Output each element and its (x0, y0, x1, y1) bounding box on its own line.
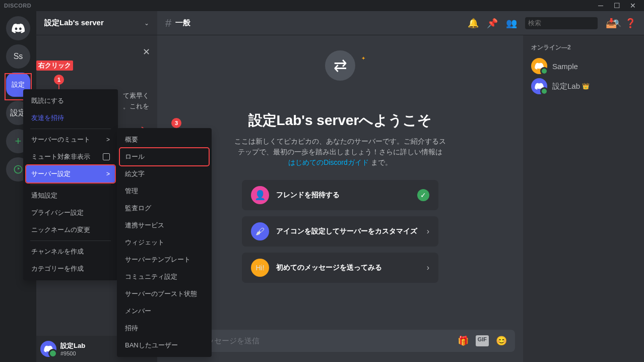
ctx-item-3[interactable]: ミュート対象非表示 (26, 148, 115, 165)
user-avatar[interactable] (40, 341, 56, 357)
members-icon[interactable]: 👥 (506, 18, 517, 29)
ctx-item-9[interactable]: サーバーのブースト状態 (120, 285, 209, 303)
ctx-item-12[interactable]: BANしたユーザー (120, 337, 209, 354)
msg-icon: Hi! (251, 259, 269, 277)
close-button[interactable]: ✕ (626, 0, 640, 11)
hash-icon: # (165, 17, 171, 30)
ctx-item-0[interactable]: 概要 (120, 131, 209, 148)
emoji-icon[interactable]: 😊 (496, 335, 507, 346)
server-context-menu: 既読にする友達を招待サーバーのミュート>ミュート対象非表示サーバー設定>通知設定… (23, 89, 118, 280)
ctx-item-5[interactable]: 連携サービス (120, 217, 209, 234)
swap-icon: ✦ (325, 50, 355, 81)
ctx-item-1[interactable]: 友達を招待 (26, 109, 115, 127)
ctx-item-0[interactable]: 既読にする (26, 92, 115, 109)
ctx-item-6[interactable]: ウィジェット (120, 234, 209, 251)
chevron-right-icon: › (427, 227, 429, 236)
help-icon[interactable]: ❓ (625, 18, 636, 29)
maximize-button[interactable]: ☐ (610, 0, 624, 11)
ctx-item-9[interactable]: カテゴリーを作成 (26, 260, 115, 277)
titlebar: DISCORD ─ ☐ ✕ (0, 0, 644, 11)
guild-ss[interactable]: Ss (6, 44, 30, 69)
message-placeholder: へメッセージを送信 (191, 336, 458, 346)
avatar (531, 58, 547, 74)
ctx-item-8[interactable]: コミュニティ設定 (120, 268, 209, 285)
chevron-right-icon: › (427, 263, 429, 272)
card-customize[interactable]: 🖌 アイコンを設定してサーバーをカスタマイズ › (242, 216, 438, 247)
ctx-item-4[interactable]: サーバー設定> (26, 165, 115, 183)
ctx-item-7[interactable]: サーバーテンプレート (120, 251, 209, 268)
ctx-item-8[interactable]: チャンネルを作成 (26, 243, 115, 260)
member-list: オンライン—2 Sample 設定Lab 👑 (523, 35, 644, 362)
home-button[interactable] (6, 16, 30, 40)
ctx-item-2[interactable]: 絵文字 (120, 165, 209, 183)
invite-icon: 👤 (251, 186, 269, 204)
ctx-item-6[interactable]: プライバシー設定 (26, 204, 115, 221)
card-invite[interactable]: 👤 フレンドを招待する ✓ (242, 180, 438, 210)
channel-name: 一般 (175, 18, 468, 28)
ctx-item-10[interactable]: メンバー (120, 303, 209, 320)
paint-icon: 🖌 (251, 222, 269, 240)
guide-link[interactable]: はじめてのDiscordガイド (288, 158, 368, 166)
gif-button[interactable]: GIF (476, 335, 489, 346)
welcome-desc: ここは新しくてピカピカの、あなたのサーバーです。ご紹介するステップで、最初の一歩… (234, 136, 446, 168)
inbox-icon[interactable]: 📥 (606, 18, 617, 29)
window-controls: ─ ☐ ✕ (594, 0, 640, 11)
message-input[interactable]: + へメッセージを送信 🎁 GIF 😊 (165, 330, 515, 352)
crown-icon: 👑 (582, 83, 590, 90)
ctx-item-2[interactable]: サーバーのミュート> (26, 131, 115, 148)
ctx-item-1[interactable]: ロール (120, 148, 209, 165)
member-setteilab[interactable]: 設定Lab 👑 (531, 76, 636, 96)
members-header: オンライン—2 (531, 43, 636, 52)
member-sample[interactable]: Sample (531, 56, 636, 76)
search-input[interactable] (528, 19, 613, 27)
gift-icon[interactable]: 🎁 (458, 335, 469, 346)
server-settings-submenu: 概要ロール絵文字管理監査ログ連携サービスウィジェットサーバーテンプレートコミュニ… (117, 128, 212, 357)
ctx-item-11[interactable]: 招待 (120, 320, 209, 337)
server-header[interactable]: 設定Lab's server ⌄ (36, 11, 157, 35)
pin-icon[interactable]: 📌 (487, 18, 498, 29)
chat-header: # 一般 🔔 📌 👥 🔍 📥 ❓ (157, 11, 644, 35)
ctx-item-5[interactable]: 通知設定 (26, 187, 115, 204)
welcome-title: 設定Lab's serverへようこそ (248, 111, 432, 130)
ctx-item-4[interactable]: 監査ログ (120, 200, 209, 217)
server-name: 設定Lab's server (44, 18, 104, 28)
minimize-button[interactable]: ─ (594, 0, 608, 11)
card-first-msg[interactable]: Hi! 初めてのメッセージを送ってみる › (242, 253, 438, 283)
search-box[interactable]: 🔍 (525, 17, 598, 29)
ctx-item-3[interactable]: 管理 (120, 183, 209, 200)
check-icon: ✓ (417, 189, 429, 201)
close-icon[interactable]: ✕ (143, 46, 150, 57)
bell-icon[interactable]: 🔔 (468, 18, 479, 29)
chat-area: # 一般 🔔 📌 👥 🔍 📥 ❓ ✦ 設定Lab's serverへようこそ こ… (157, 11, 644, 362)
chevron-down-icon: ⌄ (144, 20, 149, 27)
avatar (531, 78, 547, 94)
chat-content: ✦ 設定Lab's serverへようこそ ここは新しくてピカピカの、あなたのサ… (157, 35, 523, 362)
ctx-item-7[interactable]: ニックネームの変更 (26, 221, 115, 238)
app-logo: DISCORD (4, 3, 31, 9)
